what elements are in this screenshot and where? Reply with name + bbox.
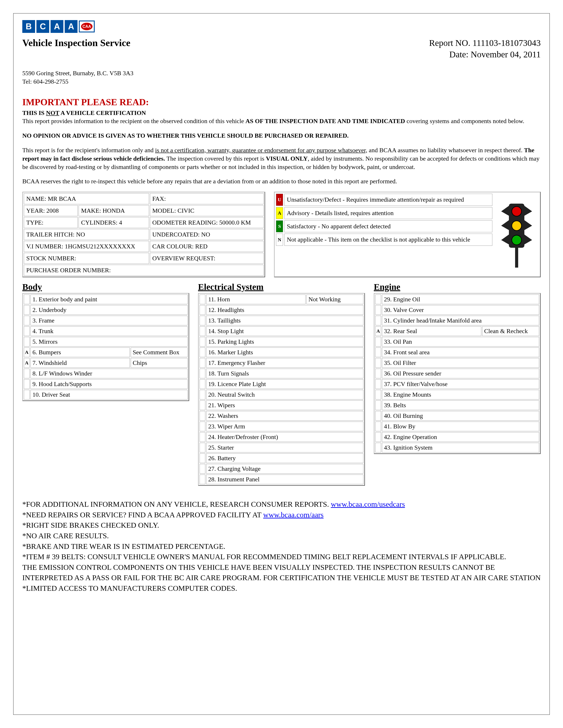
link-usedcars[interactable]: www.bcaa.com/usedcars: [331, 500, 405, 508]
legend-u: U Unsatisfactory/Defect - Requires immed…: [276, 194, 492, 206]
check-code: S: [375, 390, 381, 400]
check-row: S38. Engine Mounts: [375, 390, 539, 400]
info-overview: OVERVIEW REQUEST:: [150, 253, 263, 264]
check-row: S30. Valve Cover: [375, 305, 539, 315]
note-5: *BRAKE AND TIRE WEAR IS IN ESTIMATED PER…: [22, 541, 541, 552]
electrical-table: U11. HornNot WorkingS12. HeadlightsS13. …: [198, 293, 365, 486]
check-row: S4. Trunk: [24, 326, 188, 336]
check-label: 31. Cylinder head/Intake Manifold area: [382, 316, 539, 325]
vehicle-info-table: NAME: MR BCAAFAX: YEAR: 2008MAKE: HONDAM…: [22, 192, 265, 277]
info-cylinders: CYLINDERS: 4: [79, 217, 149, 228]
link-aars[interactable]: www.bcaa.com/aars: [263, 511, 324, 519]
info-type: TYPE:: [24, 217, 78, 228]
check-row: S1. Exterior body and paint: [24, 295, 188, 304]
check-code: S: [24, 326, 30, 336]
check-code: S: [199, 432, 205, 442]
info-po: PURCHASE ORDER NUMBER:: [24, 265, 263, 276]
page-title: Vehicle Inspection Service: [22, 37, 130, 49]
disc-line1: THIS IS NOT A VEHICLE CERTIFICATION This…: [22, 109, 541, 126]
check-label: 1. Exterior body and paint: [30, 295, 188, 304]
footer-notes: *FOR ADDITIONAL INFORMATION ON ANY VEHIC…: [22, 499, 541, 593]
check-row: S10. Driver Seat: [24, 390, 188, 400]
section-engine: Engine S29. Engine OilS30. Valve CoverS3…: [374, 282, 541, 486]
info-stock: STOCK NUMBER:: [24, 253, 149, 264]
check-label: 25. Starter: [206, 443, 364, 452]
info-vin: V.I NUMBER: 1HGMSU212XXXXXXXX: [24, 241, 149, 252]
svg-point-1: [512, 206, 522, 216]
address-block: 5590 Goring Street, Burnaby, B.C. V5B 3A…: [22, 69, 541, 86]
check-label: 9. Hood Latch/Supports: [30, 379, 188, 389]
check-code: S: [199, 379, 205, 389]
check-label: 14. Stop Light: [206, 326, 364, 336]
address-line: 5590 Goring Street, Burnaby, B.C. V5B 3A…: [22, 69, 541, 77]
check-note: See Comment Box: [131, 347, 188, 357]
check-label: 43. Ignition System: [382, 443, 539, 452]
check-label: 26. Battery: [206, 453, 364, 463]
check-label: 23. Wiper Arm: [206, 422, 364, 431]
note-3: *RIGHT SIDE BRAKES CHECKED ONLY.: [22, 520, 541, 531]
check-label: 6. Bumpers: [30, 347, 130, 357]
check-label: 3. Frame: [30, 316, 188, 325]
check-code: S: [199, 358, 205, 368]
disc-line3: NO OPINION OR ADVICE IS GIVEN AS TO WHET…: [22, 131, 541, 140]
check-row: S31. Cylinder head/Intake Manifold area: [375, 316, 539, 325]
check-label: 32. Rear Seal: [382, 326, 481, 336]
check-label: 41. Blow By: [382, 422, 539, 431]
section-engine-title: Engine: [374, 282, 541, 292]
check-label: 39. Belts: [382, 400, 539, 410]
check-label: 12. Headlights: [206, 305, 364, 315]
info-undercoat: UNDERCOATED: NO: [150, 229, 263, 240]
check-label: 30. Valve Cover: [382, 305, 539, 315]
svg-marker-7: [501, 220, 509, 230]
svg-marker-6: [524, 206, 532, 216]
check-row: S18. Turn Signals: [199, 369, 364, 378]
legend-panel: U Unsatisfactory/Defect - Requires immed…: [274, 192, 541, 277]
check-row: S19. Licence Plate Light: [199, 379, 364, 389]
check-code: S: [199, 326, 205, 336]
check-label: 19. Licence Plate Light: [206, 379, 364, 389]
check-row: S12. Headlights: [199, 305, 364, 315]
svg-marker-5: [501, 206, 509, 216]
check-row: S2. Underbody: [24, 305, 188, 315]
info-colour: CAR COLOUR: RED: [150, 241, 263, 252]
check-code: S: [199, 369, 205, 378]
svg-point-2: [512, 221, 522, 231]
check-label: 20. Neutral Switch: [206, 390, 364, 400]
check-code: S: [375, 379, 381, 389]
legend-u-code: U: [276, 194, 283, 206]
check-row: S27. Charging Voltage: [199, 464, 364, 474]
check-note: Not Working: [307, 295, 364, 304]
info-odometer: ODOMETER READING: 50000.0 KM: [150, 217, 263, 228]
check-row: S40. Oil Burning: [375, 411, 539, 421]
check-label: 11. Horn: [206, 295, 306, 304]
check-code: S: [375, 400, 381, 410]
section-body-title: Body: [22, 282, 189, 292]
check-code: S: [24, 337, 30, 347]
check-label: 4. Trunk: [30, 326, 188, 336]
check-label: 28. Instrument Panel: [206, 475, 364, 484]
check-row: S17. Emergency Flasher: [199, 358, 364, 368]
report-date: Date: November 04, 2011: [429, 49, 541, 60]
legend-n: N Not applicable - This item on the chec…: [276, 234, 492, 246]
check-row: S28. Instrument Panel: [199, 475, 364, 484]
check-label: 8. L/F Windows Winder: [30, 369, 188, 378]
note-6: *ITEM # 39 BELTS: CONSULT VEHICLE OWNER'…: [22, 552, 541, 562]
info-make: MAKE: HONDA: [79, 205, 149, 216]
legend-s: S Satisfactory - No apparent defect dete…: [276, 220, 492, 232]
check-label: 5. Mirrors: [30, 337, 188, 347]
check-row: S36. Oil Pressure sender: [375, 369, 539, 378]
logo-a2: A: [65, 20, 77, 33]
check-label: 34. Front seal area: [382, 347, 539, 357]
check-code: A: [375, 326, 381, 336]
check-row: S14. Stop Light: [199, 326, 364, 336]
check-row: S25. Starter: [199, 443, 364, 452]
check-code: S: [199, 453, 205, 463]
check-row: S39. Belts: [375, 400, 539, 410]
section-electrical: Electrical System U11. HornNot WorkingS1…: [198, 282, 365, 486]
legend-a: A Advisory - Details listed, requires at…: [276, 207, 492, 219]
disc-line4: This report is for the recipient's infor…: [22, 146, 541, 171]
check-code: S: [199, 337, 205, 347]
check-code: S: [375, 369, 381, 378]
check-label: 21. Wipers: [206, 400, 364, 410]
info-name: NAME: MR BCAA: [24, 193, 149, 204]
